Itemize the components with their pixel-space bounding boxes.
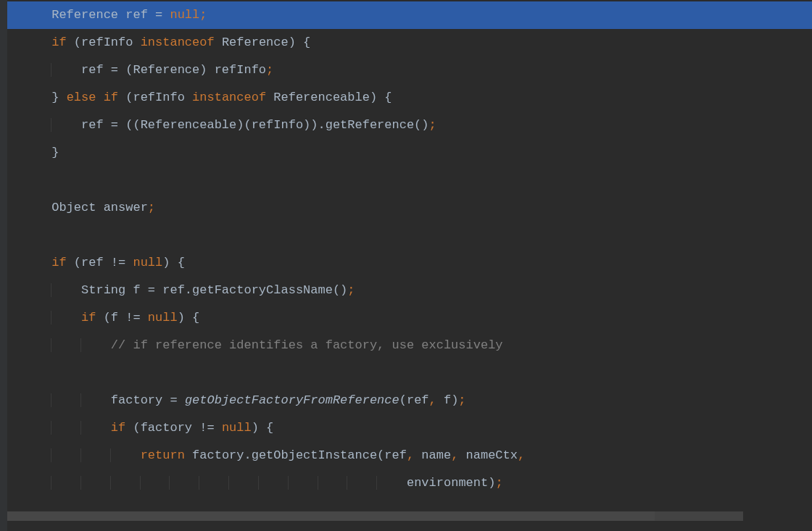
token-ident: (ref xyxy=(399,393,429,407)
token-kw: instanceof xyxy=(141,35,222,49)
base-indent xyxy=(7,118,22,132)
token-kw: if xyxy=(111,421,133,435)
token-ident: Reference) { xyxy=(222,35,310,49)
token-ident: } xyxy=(51,146,59,159)
code-line[interactable] xyxy=(7,359,812,387)
token-ident: factory.getObjectInstance(ref xyxy=(192,448,407,462)
token-kw: if xyxy=(81,311,104,325)
token-ident: nameCtx xyxy=(466,448,518,462)
indent xyxy=(22,421,110,435)
token-ident: (ref != xyxy=(74,256,133,269)
base-indent xyxy=(7,201,22,214)
indent xyxy=(22,476,407,490)
token-italic-call: getObjectFactoryFromReference xyxy=(185,393,399,407)
base-indent xyxy=(7,311,22,325)
base-indent xyxy=(7,228,22,242)
indent xyxy=(22,8,51,22)
code-line[interactable]: factory = getObjectFactoryFromReference(… xyxy=(7,387,812,414)
token-semi: , xyxy=(518,448,525,462)
indent xyxy=(22,63,81,77)
code-line[interactable]: } else if (refInfo instanceof Referencea… xyxy=(7,84,812,112)
indent xyxy=(22,91,51,104)
base-indent xyxy=(7,393,22,407)
base-indent xyxy=(7,256,22,269)
code-line[interactable]: String f = ref.getFactoryClassName(); xyxy=(7,277,812,304)
code-line[interactable] xyxy=(7,222,812,249)
base-indent xyxy=(7,173,22,187)
indent xyxy=(22,201,51,214)
code-line[interactable]: if (refInfo instanceof Reference) { xyxy=(7,29,812,57)
code-editor[interactable]: Reference ref = null; if (refInfo instan… xyxy=(0,0,812,531)
token-comment: // if reference identifies a factory, us… xyxy=(111,338,503,352)
token-ident: f) xyxy=(444,393,458,407)
token-semi: ; xyxy=(495,476,502,490)
code-line[interactable]: if (factory != null) { xyxy=(7,414,812,442)
token-ident: Referenceable) { xyxy=(273,91,392,104)
token-semi: , xyxy=(407,448,421,462)
token-semi: ; xyxy=(266,63,273,77)
code-line[interactable]: } xyxy=(7,139,812,167)
token-ident: factory = xyxy=(111,393,185,407)
base-indent xyxy=(7,91,22,104)
horizontal-scrollbar-thumb[interactable] xyxy=(7,511,655,521)
code-line[interactable]: ref = ((Referenceable)(refInfo)).getRefe… xyxy=(7,112,812,139)
indent xyxy=(22,448,140,462)
code-line[interactable]: ref = (Reference) refInfo; xyxy=(7,57,812,84)
token-type: Reference ref = xyxy=(51,8,170,22)
indent xyxy=(22,393,110,407)
token-nullkw: null xyxy=(170,8,199,22)
base-indent xyxy=(7,476,22,490)
token-ident: ) { xyxy=(252,421,274,435)
token-ident: name xyxy=(421,448,451,462)
base-indent xyxy=(7,338,22,352)
code-line[interactable]: if (ref != null) { xyxy=(7,249,812,277)
token-nullkw: null xyxy=(148,311,178,325)
base-indent xyxy=(7,283,22,297)
token-semi: ; xyxy=(429,118,436,132)
token-kw: return xyxy=(141,448,192,462)
token-ident: (refInfo xyxy=(74,35,141,49)
token-ident: ref = (Reference) refInfo xyxy=(81,63,266,77)
code-line[interactable]: // if reference identifies a factory, us… xyxy=(7,332,812,359)
token-semi: ; xyxy=(458,393,465,407)
token-ident: } xyxy=(51,91,66,104)
token-kw: if xyxy=(51,35,74,49)
token-ident: environment) xyxy=(407,476,495,490)
indent xyxy=(22,35,51,49)
indent xyxy=(22,283,81,297)
token-semi: , xyxy=(451,448,465,462)
token-ident: Object answer xyxy=(51,201,148,214)
code-line[interactable]: if (f != null) { xyxy=(7,304,812,332)
token-semi: ; xyxy=(199,8,207,22)
token-ident: (refInfo xyxy=(125,91,192,104)
code-line[interactable] xyxy=(7,167,812,194)
token-ident: ref = ((Referenceable)(refInfo)).getRefe… xyxy=(81,118,428,132)
base-indent xyxy=(7,448,22,462)
token-ident: ) { xyxy=(162,256,185,269)
base-indent xyxy=(7,146,22,159)
token-ident: ) { xyxy=(178,311,200,325)
indent xyxy=(22,118,81,132)
token-semi: ; xyxy=(347,283,355,297)
token-ident: (factory != xyxy=(133,421,221,435)
code-line[interactable]: Object answer; xyxy=(7,194,812,222)
base-indent xyxy=(7,63,22,77)
base-indent xyxy=(7,366,22,380)
base-indent xyxy=(7,421,22,435)
code-line[interactable]: Reference ref = null; xyxy=(7,1,812,29)
code-line[interactable]: environment); xyxy=(7,469,812,490)
base-indent xyxy=(7,35,22,49)
indent xyxy=(22,146,51,159)
code-line[interactable]: return factory.getObjectInstance(ref, na… xyxy=(7,442,812,469)
token-ident: String f = ref.getFactoryClassName() xyxy=(81,283,347,297)
token-semi: ; xyxy=(148,201,155,214)
token-nullkw: null xyxy=(133,256,162,269)
token-nullkw: null xyxy=(222,421,252,435)
token-semi: , xyxy=(429,393,444,407)
token-ident: (f != xyxy=(104,311,148,325)
horizontal-scrollbar[interactable] xyxy=(7,511,743,521)
base-indent xyxy=(7,8,22,22)
token-kw: instanceof xyxy=(192,91,273,104)
code-area[interactable]: Reference ref = null; if (refInfo instan… xyxy=(0,1,812,490)
token-kw: else if xyxy=(67,91,126,104)
